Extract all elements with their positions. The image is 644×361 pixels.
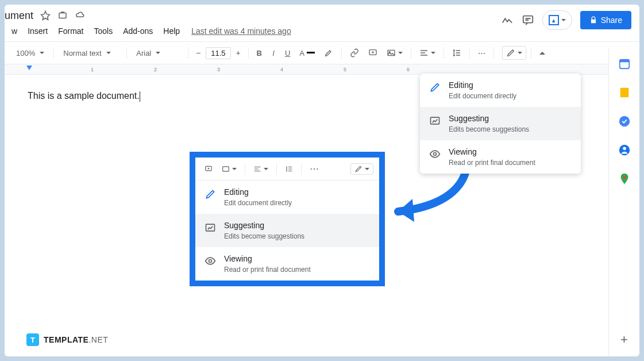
text-cursor — [140, 91, 140, 102]
more-button[interactable]: ⋯ — [475, 47, 489, 60]
mode-item-suggesting[interactable]: SuggestingEdits become suggestions — [420, 107, 581, 140]
move-icon[interactable] — [57, 10, 68, 21]
present-button[interactable]: ▲ — [542, 10, 572, 30]
comment-history-icon[interactable] — [522, 14, 534, 26]
mode-dropdown: EditingEdit document directly Suggesting… — [420, 74, 581, 174]
side-panel: + — [608, 48, 639, 356]
menu-tools[interactable]: Tools — [89, 24, 117, 38]
svg-rect-1 — [523, 16, 533, 23]
brand-watermark: T TEMPLATE.NET — [26, 333, 108, 346]
lock-icon — [589, 16, 597, 24]
tasks-icon[interactable] — [618, 115, 631, 128]
share-label: Share — [601, 16, 622, 25]
editing-mode-button[interactable] — [502, 46, 526, 60]
svg-rect-8 — [223, 166, 229, 171]
brand-badge-icon: T — [26, 333, 39, 346]
contacts-icon[interactable] — [618, 144, 631, 156]
last-edit[interactable]: Last edit was 4 minutes ago — [191, 26, 291, 36]
present-icon: ▲ — [549, 15, 559, 25]
line-spacing-button[interactable] — [449, 46, 465, 60]
menu-format[interactable]: Format — [53, 24, 88, 38]
callout-align-icon[interactable] — [250, 163, 272, 175]
keep-icon[interactable] — [618, 86, 631, 99]
document-text[interactable]: This is a sample document. — [28, 91, 140, 101]
cloud-icon[interactable] — [75, 10, 85, 21]
callout-mode-editing[interactable]: EditingEdit document directly — [195, 180, 379, 214]
svg-rect-12 — [619, 60, 629, 63]
align-button[interactable] — [416, 46, 439, 60]
fontsize-increase[interactable]: + — [233, 48, 244, 58]
toolbar: 100% Normal text Arial − 11.5 + B I U A … — [5, 41, 639, 64]
fontsize-input[interactable]: 11.5 — [206, 47, 230, 59]
mode-item-editing[interactable]: EditingEdit document directly — [420, 74, 581, 107]
menu-addons[interactable]: Add-ons — [118, 24, 157, 38]
svg-rect-5 — [431, 117, 439, 124]
underline-button[interactable]: U — [281, 47, 294, 60]
svg-point-14 — [619, 116, 629, 126]
suggest-icon — [429, 115, 441, 126]
svg-point-16 — [623, 147, 626, 151]
activity-icon[interactable] — [501, 14, 514, 26]
star-icon[interactable] — [40, 10, 51, 21]
svg-rect-0 — [59, 13, 66, 18]
link-button[interactable] — [346, 46, 363, 60]
callout-image-icon[interactable] — [218, 163, 240, 175]
text-color-button[interactable]: A — [296, 47, 318, 60]
svg-rect-9 — [206, 224, 215, 231]
bold-button[interactable]: B — [253, 47, 265, 60]
highlight-button[interactable] — [321, 46, 337, 60]
suggest-icon — [205, 222, 216, 233]
menu-help[interactable]: Help — [159, 24, 184, 38]
callout-more-icon[interactable]: ⋯ — [306, 161, 322, 176]
collapse-toolbar-button[interactable] — [536, 49, 549, 57]
svg-rect-13 — [620, 88, 628, 98]
fontsize-decrease[interactable]: − — [193, 48, 203, 58]
eye-icon — [205, 255, 216, 267]
pencil-icon — [205, 189, 216, 200]
svg-point-17 — [623, 176, 626, 179]
callout-add-comment-icon[interactable] — [201, 163, 216, 175]
maps-icon[interactable] — [618, 172, 631, 185]
chevron-down-icon — [561, 19, 566, 21]
insert-image-button[interactable] — [383, 46, 406, 60]
svg-point-10 — [209, 260, 212, 263]
font-select[interactable]: Arial — [132, 47, 183, 60]
indent-marker-icon[interactable] — [26, 66, 32, 70]
share-button[interactable]: Share — [580, 11, 631, 29]
add-comment-button[interactable] — [365, 46, 381, 60]
svg-point-6 — [434, 153, 437, 156]
pencil-icon — [429, 82, 441, 93]
callout-box: ⋯ EditingEdit document directly Suggesti… — [190, 152, 385, 286]
eye-icon — [429, 148, 441, 160]
callout-mode-button[interactable] — [350, 163, 373, 175]
mode-item-viewing[interactable]: ViewingRead or print final document — [420, 140, 581, 174]
doc-title[interactable]: ument — [5, 10, 33, 22]
callout-spacing-icon[interactable] — [281, 163, 296, 175]
menu-insert[interactable]: Insert — [23, 24, 52, 38]
paragraph-style-select[interactable]: Normal text — [59, 47, 122, 60]
menu-w[interactable]: w — [7, 24, 22, 38]
callout-mode-suggesting[interactable]: SuggestingEdits become suggestions — [195, 214, 379, 247]
calendar-icon[interactable] — [618, 57, 631, 70]
zoom-select[interactable]: 100% — [11, 47, 49, 60]
add-addon-button[interactable]: + — [620, 332, 628, 347]
italic-button[interactable]: I — [268, 47, 279, 60]
callout-mode-viewing[interactable]: ViewingRead or print final document — [195, 247, 379, 281]
